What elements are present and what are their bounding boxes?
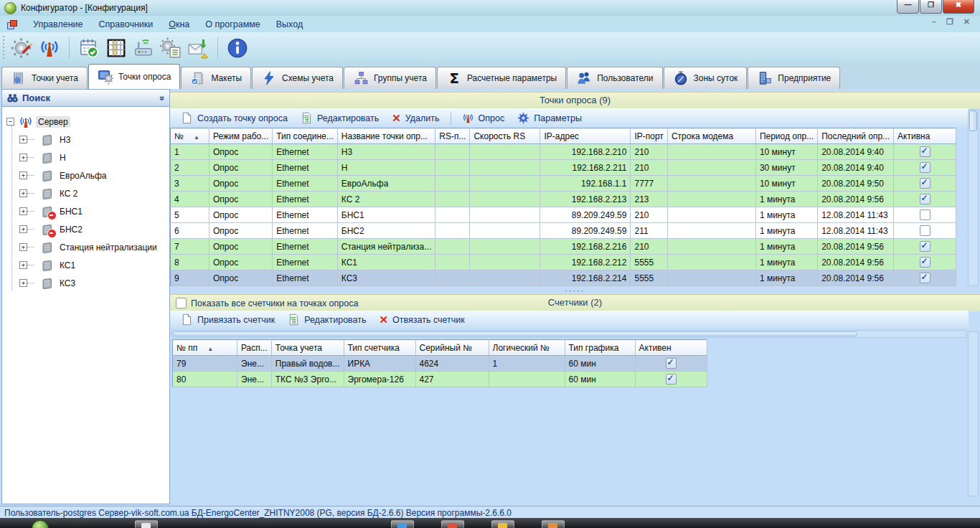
tree-node-evroalfa[interactable]: ЕвроАльфа — [2, 166, 169, 184]
table-row[interactable]: 8ОпросEthernetКС1192.168.2.21255551 мину… — [171, 255, 956, 270]
tab-tochki-ucheta[interactable]: Точки учета — [1, 67, 88, 89]
expand-expander[interactable] — [19, 136, 27, 143]
tree-node-label[interactable]: БНС1 — [57, 206, 85, 217]
expand-expander[interactable] — [19, 279, 27, 287]
expand-expander[interactable] — [19, 207, 27, 215]
column-header[interactable]: Последний опр... — [818, 128, 894, 144]
column-header[interactable]: Тип соедине... — [273, 128, 338, 144]
tab-zony-sutok[interactable]: Зоны суток — [664, 67, 748, 89]
minimize-button[interactable]: — — [897, 0, 919, 14]
tree-node-ks3[interactable]: КС3 — [2, 274, 169, 292]
expand-expander[interactable] — [19, 189, 27, 197]
start-button[interactable] — [32, 520, 49, 528]
column-header[interactable]: Тип счетчика — [344, 340, 415, 356]
column-header[interactable]: Точка учета — [271, 340, 344, 356]
restore-button[interactable]: ❐ — [920, 0, 942, 14]
taskbar-item[interactable] — [491, 520, 514, 528]
tree-node-ks1[interactable]: КС1 — [2, 256, 169, 274]
active-checkbox[interactable] — [666, 374, 677, 385]
tree-node-label[interactable]: Н3 — [57, 134, 72, 146]
tree-node-label[interactable]: БНС2 — [57, 224, 85, 235]
tree-node-label[interactable]: Станция нейтрализации — [57, 242, 159, 253]
column-header[interactable]: Строка модема — [667, 128, 755, 144]
tab-predpriyatie[interactable]: Предприятие — [748, 67, 840, 89]
tree-node-n[interactable]: Н — [2, 148, 169, 166]
active-checkbox[interactable] — [920, 241, 930, 252]
column-header[interactable]: Логический № — [489, 340, 565, 356]
table-row[interactable]: 2ОпросEthernetН192.168.2.21121030 минут2… — [171, 160, 956, 176]
close-button[interactable]: ✖ — [943, 0, 974, 14]
tree-node-label[interactable]: КС 2 — [57, 188, 80, 199]
active-checkbox[interactable] — [920, 194, 930, 204]
parameters-button[interactable]: Параметры — [511, 110, 588, 127]
table-row[interactable]: 9ОпросEthernetКС3192.168.2.21455551 мину… — [171, 270, 956, 286]
taskbar-item[interactable] — [542, 520, 565, 528]
settings-edit-button[interactable] — [9, 34, 36, 62]
table-row[interactable]: 3ОпросEthernetЕвроАльфа192.168.1.1777710… — [171, 176, 956, 192]
column-header[interactable]: Скорость RS — [470, 128, 540, 144]
horizontal-scrollbar[interactable] — [171, 330, 967, 338]
menu-vyhod[interactable]: Выход — [276, 19, 303, 29]
mdi-restore-button[interactable]: ❐ — [946, 17, 953, 27]
modem-button[interactable] — [130, 34, 157, 62]
column-header[interactable]: Режим рабо... — [209, 128, 273, 144]
table-row[interactable]: 79Эне...Правый водов...ИРКА4624160 мин — [173, 356, 707, 372]
tab-gruppy-ucheta[interactable]: Группы учета — [344, 67, 436, 89]
table-row[interactable]: 4ОпросEthernetКС 2192.168.2.2132131 мину… — [171, 192, 956, 207]
delete-poll-point-button[interactable]: ✕ Удалить — [385, 110, 446, 127]
menu-o-programme[interactable]: О программе — [205, 19, 260, 29]
taskbar-item[interactable] — [391, 520, 414, 528]
gear-list-button[interactable] — [157, 34, 184, 62]
expand-expander[interactable] — [19, 225, 27, 233]
tree-node-ks2[interactable]: КС 2 — [2, 184, 169, 202]
table-layout-button[interactable] — [103, 34, 130, 62]
poll-button[interactable]: Опрос — [456, 110, 512, 127]
active-checkbox[interactable] — [920, 146, 930, 157]
column-header[interactable]: Расп... — [237, 340, 272, 356]
column-header[interactable]: Название точки опр... — [337, 128, 435, 144]
table-row[interactable]: 6ОпросEthernetБНС289.209.249.592111 мину… — [171, 223, 956, 239]
active-checkbox[interactable] — [920, 225, 930, 236]
active-checkbox[interactable] — [920, 257, 930, 268]
column-header[interactable]: IP-адрес — [540, 128, 631, 144]
menu-spravochniki[interactable]: Справочники — [99, 19, 154, 29]
info-button[interactable] — [224, 34, 251, 62]
taskbar-item[interactable] — [441, 520, 464, 528]
create-poll-point-button[interactable]: Создать точку опроса — [174, 110, 294, 127]
unbind-counter-button[interactable]: ✕ Отвязать счетчик — [373, 311, 471, 329]
active-checkbox[interactable] — [666, 358, 677, 369]
table-row[interactable]: 1ОпросEthernetН3192.168.2.21021010 минут… — [171, 144, 956, 160]
tree-node-bns1[interactable]: БНС1 — [2, 202, 169, 220]
expand-expander[interactable] — [19, 154, 27, 161]
active-checkbox[interactable] — [920, 162, 930, 173]
collapse-expander[interactable] — [6, 118, 14, 126]
column-header[interactable]: RS-п... — [435, 128, 470, 144]
active-checkbox[interactable] — [920, 209, 930, 220]
scrollbar-thumb[interactable] — [969, 110, 977, 131]
tree-node-label[interactable]: Сервер — [36, 116, 70, 128]
tree-node-label[interactable]: Н — [57, 152, 68, 164]
column-header[interactable]: Тип графика — [565, 340, 635, 356]
menu-okna[interactable]: Окна — [169, 19, 189, 29]
column-header[interactable]: № пп▲ — [173, 340, 237, 356]
vertical-scrollbar[interactable] — [968, 331, 979, 496]
tab-makety[interactable]: Макеты — [181, 67, 251, 89]
tree-node-stantsiya[interactable]: Станция нейтрализации — [2, 238, 169, 256]
tab-polzovateli[interactable]: Пользователи — [567, 67, 662, 89]
calendar-check-button[interactable] — [75, 34, 103, 62]
tree-node-label[interactable]: КС1 — [57, 260, 77, 271]
tree-node-label[interactable]: ЕвроАльфа — [57, 170, 109, 182]
tree-node-server[interactable]: Сервер — [2, 113, 169, 131]
column-header[interactable]: Активна — [894, 128, 956, 144]
tree-node-label[interactable]: КС3 — [57, 278, 77, 289]
tree-node-bns2[interactable]: БНС2 — [2, 220, 169, 238]
tab-raschetnye-parametry[interactable]: Расчетные параметры — [437, 67, 566, 89]
table-row[interactable]: 80Эне...ТКС №3 Эрго...Эргомера-12642760 … — [173, 372, 707, 387]
tab-tochki-oprosa[interactable]: Точки опроса — [88, 64, 181, 89]
scrollbar-thumb[interactable] — [173, 331, 857, 336]
import-mail-button[interactable] — [184, 34, 212, 62]
tab-shemy-ucheta[interactable]: Схемы учета — [252, 67, 343, 89]
expand-expander[interactable] — [19, 243, 27, 251]
show-all-counters-checkbox[interactable] — [176, 298, 187, 308]
column-header[interactable]: IP-порт — [631, 128, 667, 144]
